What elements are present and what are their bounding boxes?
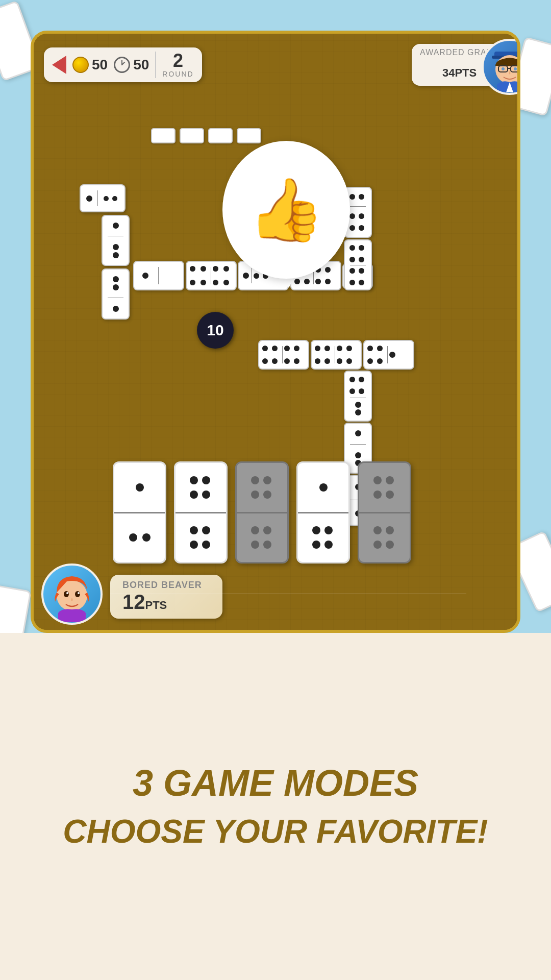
round-number: 2 [173,52,183,70]
round-label: ROUND [162,70,193,78]
board-domino-hr1 [258,340,309,370]
opponent-domino-1 [151,128,176,143]
svg-point-6 [502,67,505,70]
top-bar: 50 50 2 ROUND AWARDED GRAPH 34PTS [44,44,507,86]
bottom-player-avatar [41,564,103,625]
promo-section: 3 GAME MODES CHOOSE YOUR FAVORITE! [0,633,551,980]
timer-icon [114,57,130,73]
svg-point-11 [66,592,68,594]
hand-domino-2[interactable] [174,461,228,564]
board-domino-hr3 [363,340,414,370]
board-domino-left-v1 [102,215,130,266]
board-domino-left-v2 [102,268,130,320]
coin-icon [72,57,89,73]
game-board: 50 50 2 ROUND AWARDED GRAPH 34PTS [31,31,520,633]
opponent-hand [151,128,261,143]
hand-domino-4[interactable] [296,461,350,564]
coin-group: 50 [72,57,108,73]
back-button[interactable] [52,56,66,74]
svg-point-10 [75,591,80,597]
awarded-points: 34PTS [442,57,477,82]
svg-point-7 [514,67,517,70]
thumbs-up-bubble: 👍 [222,141,350,279]
left-controls: 50 50 2 ROUND [44,47,202,82]
center-number-badge: 10 [197,312,234,349]
thumbs-emoji: 👍 [248,174,324,246]
opponent-domino-2 [180,128,204,143]
timer-group: 50 [114,57,149,73]
board-domino-vrb1 [344,371,372,422]
opponent-domino-3 [208,128,233,143]
board-domino-topleft-top [80,184,126,212]
round-box: 2 ROUND [155,52,193,78]
timer-count: 50 [133,57,149,73]
center-number: 10 [207,322,223,339]
svg-point-9 [64,591,69,597]
promo-title: 3 GAME MODES [133,763,418,803]
coin-count: 50 [92,57,108,73]
board-domino-hr2 [311,340,362,370]
score-line [110,594,466,594]
awarded-area: AWARDED GRAPH 34PTS [412,44,507,86]
hand-domino-3[interactable] [235,461,289,564]
board-domino-h1 [133,261,184,290]
board-domino-h2 [186,261,237,290]
hand-domino-1[interactable] [113,461,166,564]
player-name: BORED BEAVER [122,580,210,591]
opponent-domino-4 [237,128,261,143]
hand-domino-5[interactable] [358,461,411,564]
svg-point-12 [78,592,80,594]
player-score-panel: BORED BEAVER 12PTS [110,575,222,619]
board-domino-vr2 [344,239,372,290]
promo-subtitle: CHOOSE YOUR FAVORITE! [63,814,488,849]
